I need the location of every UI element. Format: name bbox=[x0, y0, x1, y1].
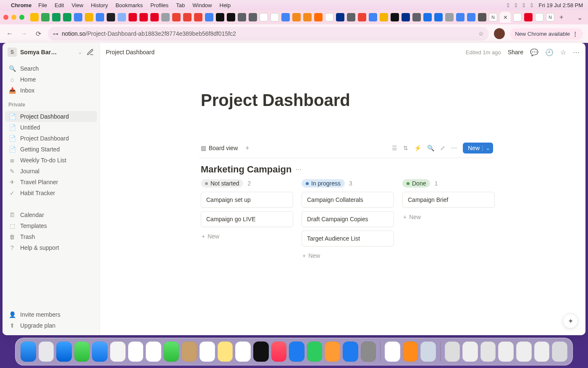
tab-icon[interactable] bbox=[281, 13, 290, 21]
dock-app-messages[interactable] bbox=[74, 342, 90, 362]
tab-icon[interactable] bbox=[260, 13, 268, 21]
menu-file[interactable]: File bbox=[38, 2, 47, 8]
tab-icon[interactable] bbox=[456, 13, 465, 21]
tab-icon[interactable] bbox=[358, 13, 366, 21]
dock-app-settings[interactable] bbox=[361, 342, 376, 362]
menu-tab[interactable]: Tab bbox=[176, 2, 185, 8]
minimize-window-icon[interactable] bbox=[11, 15, 16, 20]
tab-icon[interactable] bbox=[161, 13, 170, 21]
tab-icon[interactable] bbox=[336, 13, 344, 21]
dock-minimized-window[interactable] bbox=[445, 342, 460, 362]
tab-icon[interactable] bbox=[412, 13, 421, 21]
workspace-switcher[interactable]: S Somya Bar… ⌄ bbox=[3, 43, 100, 61]
window-traffic-lights[interactable] bbox=[3, 15, 24, 20]
dock-app-appstore[interactable] bbox=[343, 342, 358, 362]
sidebar-page-project-dashboard[interactable]: 📄 Project Dashboard bbox=[5, 111, 97, 122]
comments-icon[interactable]: 💬 bbox=[530, 48, 538, 56]
sidebar-help[interactable]: ? Help & support bbox=[5, 242, 97, 253]
sort-icon[interactable]: ⇅ bbox=[403, 145, 408, 151]
add-view-button[interactable]: + bbox=[244, 144, 251, 152]
tab-icon[interactable] bbox=[30, 13, 39, 21]
tab-icon[interactable] bbox=[205, 13, 213, 21]
tab-icon[interactable] bbox=[402, 13, 410, 21]
dock-app-maps[interactable] bbox=[110, 342, 126, 362]
dock-app-notes[interactable] bbox=[218, 342, 233, 362]
new-page-button[interactable] bbox=[85, 47, 95, 57]
tab-icon[interactable] bbox=[52, 13, 60, 21]
tab-icon[interactable] bbox=[314, 13, 323, 21]
menubar-datetime[interactable]: Fri 19 Jul 2:58 PM bbox=[539, 2, 583, 8]
new-tab-button[interactable]: + bbox=[557, 13, 566, 21]
reload-button[interactable]: ⟳ bbox=[34, 30, 43, 38]
tab-icon[interactable] bbox=[292, 13, 301, 21]
sidebar-trash[interactable]: 🗑 Trash bbox=[5, 231, 97, 242]
tab-icon[interactable] bbox=[96, 13, 104, 21]
database-title[interactable]: Marketing Campaign bbox=[201, 164, 291, 175]
dock-app-mail[interactable] bbox=[92, 342, 108, 362]
new-record-button[interactable]: New ⌄ bbox=[463, 143, 493, 154]
tab-icon[interactable] bbox=[423, 13, 432, 21]
database-title-more-icon[interactable]: ⋯ bbox=[296, 166, 302, 173]
search-db-icon[interactable]: 🔍 bbox=[427, 145, 434, 151]
board-card[interactable]: Campaign set up bbox=[201, 192, 293, 208]
sidebar-search[interactable]: 🔍 Search bbox=[5, 63, 97, 74]
sidebar-page-travel-planner[interactable]: ✈ Travel Planner bbox=[5, 177, 97, 188]
tab-icon[interactable] bbox=[478, 13, 486, 21]
dock-app-chrome[interactable] bbox=[385, 342, 400, 362]
tab-icon[interactable] bbox=[139, 13, 148, 21]
tab-icon[interactable] bbox=[63, 13, 71, 21]
menu-window[interactable]: Window bbox=[192, 2, 212, 8]
tab-icon[interactable]: N bbox=[489, 13, 497, 21]
filter-icon[interactable]: ☰ bbox=[392, 145, 397, 151]
fullscreen-window-icon[interactable] bbox=[19, 15, 24, 20]
sidebar-page-untitled[interactable]: 📄 Untitled bbox=[5, 122, 97, 133]
tab-icon[interactable] bbox=[434, 13, 443, 21]
dock-app-preview[interactable] bbox=[420, 342, 436, 362]
add-card-button[interactable]: +New bbox=[402, 211, 495, 223]
sidebar-page-journal[interactable]: ✎ Journal bbox=[5, 166, 97, 177]
tab-icon[interactable] bbox=[369, 13, 377, 21]
share-button[interactable]: Share bbox=[508, 49, 523, 56]
tab-icon[interactable] bbox=[380, 13, 388, 21]
sidebar-page-project-dashboard-2[interactable]: 📄 Project Dashboard bbox=[5, 133, 97, 144]
spotlight-icon[interactable]: 􀊫 bbox=[523, 2, 525, 8]
dock-app-facetime[interactable] bbox=[164, 342, 179, 362]
tab-icon[interactable] bbox=[303, 13, 312, 21]
sidebar-page-weekly-todo[interactable]: ≣ Weekly To-do List bbox=[5, 155, 97, 166]
page-title[interactable]: Project Dashboard bbox=[201, 91, 585, 110]
dock-trash[interactable] bbox=[552, 342, 567, 362]
wifi-icon[interactable]: 􀙇 bbox=[515, 2, 517, 8]
dock-minimized-window[interactable] bbox=[462, 342, 478, 362]
breadcrumb[interactable]: Project Dashboard bbox=[106, 49, 155, 56]
chevron-down-icon[interactable]: ⌄ bbox=[482, 146, 490, 151]
sidebar-templates[interactable]: ⬚ Templates bbox=[5, 220, 97, 231]
status-pill-done[interactable]: Done bbox=[402, 179, 430, 188]
tab-icon[interactable] bbox=[325, 13, 333, 21]
status-pill-in-progress[interactable]: In progress bbox=[302, 179, 345, 188]
tab-icon[interactable] bbox=[41, 13, 50, 21]
tab-icon[interactable] bbox=[172, 13, 181, 21]
dock-app-books[interactable] bbox=[403, 342, 418, 362]
db-more-icon[interactable]: ⋯ bbox=[451, 145, 457, 151]
close-window-icon[interactable] bbox=[3, 15, 8, 20]
menu-edit[interactable]: Edit bbox=[55, 2, 64, 8]
sidebar-page-getting-started[interactable]: 📄 Getting Started bbox=[5, 144, 97, 155]
sidebar-page-habit-tracker[interactable]: ✓ Habit Tracker bbox=[5, 188, 97, 199]
ai-fab-button[interactable]: ✦ bbox=[563, 313, 578, 328]
back-button[interactable]: ← bbox=[5, 30, 14, 37]
active-tab[interactable]: ✕ bbox=[500, 12, 511, 23]
sidebar-inbox[interactable]: 📥 Inbox bbox=[5, 85, 97, 96]
board-card[interactable]: Target Audience List bbox=[302, 230, 394, 246]
menu-history[interactable]: History bbox=[91, 2, 108, 8]
sidebar-upgrade-plan[interactable]: ⬆ Upgrade plan bbox=[5, 320, 97, 331]
dock-app-contacts[interactable] bbox=[181, 342, 197, 362]
battery-icon[interactable]: 􀛨 bbox=[507, 2, 509, 8]
board-card[interactable]: Campaign Brief bbox=[402, 192, 495, 208]
tab-icon[interactable] bbox=[85, 13, 93, 21]
dock-app-freeform[interactable] bbox=[235, 342, 251, 362]
tab-icon[interactable] bbox=[194, 13, 202, 21]
chrome-update-pill[interactable]: New Chrome available ⋮ bbox=[510, 28, 583, 40]
tab-icon[interactable] bbox=[535, 13, 543, 21]
favorite-star-icon[interactable]: ☆ bbox=[560, 48, 566, 56]
dock-minimized-window[interactable] bbox=[534, 342, 550, 362]
